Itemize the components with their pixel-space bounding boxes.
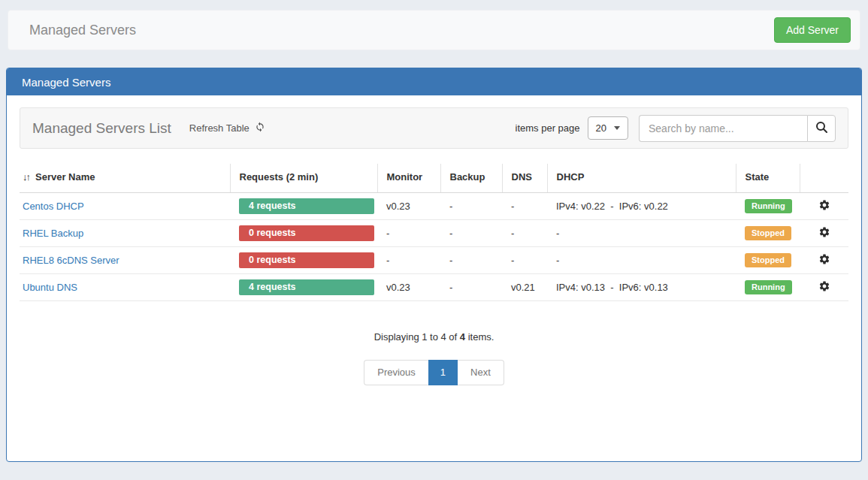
cell-backup: - — [440, 220, 502, 247]
cell-dhcp: - — [547, 247, 736, 274]
panel-header: Managed Servers — [7, 68, 861, 95]
cell-backup: - — [440, 193, 502, 220]
panel-body: Managed Servers List Refresh Table items… — [7, 95, 861, 397]
column-header-actions — [800, 164, 848, 193]
pagination: Previous 1 Next — [20, 360, 848, 385]
cell-backup: - — [440, 274, 502, 301]
table-header-row: ↓↑Server Name Requests (2 min) Monitor B… — [20, 164, 848, 193]
sort-icon: ↓↑ — [23, 171, 29, 183]
search-button[interactable] — [807, 115, 836, 142]
cell-server-name: Ubuntu DNS — [20, 274, 230, 301]
cell-requests: 4 requests — [230, 274, 377, 301]
pagination-page-1-button[interactable]: 1 — [428, 360, 458, 385]
top-bar: Managed Servers Add Server — [8, 10, 860, 50]
requests-badge: 4 requests — [239, 198, 374, 214]
table-row: RHEL Backup 0 requests - - - - Stopped — [20, 220, 848, 247]
state-badge: Stopped — [745, 253, 791, 267]
column-header-dns: DNS — [502, 164, 547, 193]
server-settings-button[interactable] — [817, 252, 832, 269]
column-header-state: State — [736, 164, 800, 193]
cell-dns: - — [502, 193, 547, 220]
gear-icon — [818, 256, 830, 267]
list-title: Managed Servers List — [32, 120, 171, 137]
requests-badge: 0 requests — [239, 252, 374, 268]
server-name-link[interactable]: RHEL8 6cDNS Server — [23, 255, 119, 266]
items-per-page-select[interactable]: 20 — [588, 116, 628, 140]
state-badge: Stopped — [745, 226, 791, 240]
server-name-link[interactable]: Ubuntu DNS — [23, 282, 77, 293]
cell-dns: - — [502, 247, 547, 274]
page-title: Managed Servers — [29, 23, 136, 38]
table-row: Centos DHCP 4 requests v0.23 - - IPv4: v… — [20, 193, 848, 220]
server-settings-button[interactable] — [817, 198, 832, 215]
cell-monitor: v0.23 — [377, 193, 440, 220]
pagination-previous-button[interactable]: Previous — [364, 360, 428, 385]
refresh-table-button[interactable]: Refresh Table — [189, 122, 265, 134]
column-header-requests: Requests (2 min) — [230, 164, 377, 193]
cell-server-name: RHEL8 6cDNS Server — [20, 247, 230, 274]
cell-backup: - — [440, 247, 502, 274]
state-badge: Running — [745, 280, 792, 294]
servers-table: ↓↑Server Name Requests (2 min) Monitor B… — [20, 164, 848, 301]
cell-actions — [800, 247, 848, 274]
gear-icon — [818, 283, 830, 294]
server-name-link[interactable]: RHEL Backup — [23, 228, 83, 239]
server-name-link[interactable]: Centos DHCP — [23, 201, 84, 212]
cell-state: Running — [736, 193, 800, 220]
results-summary: Displaying 1 to 4 of 4 items. — [20, 331, 848, 343]
cell-requests: 0 requests — [230, 247, 377, 274]
cell-actions — [800, 274, 848, 301]
column-header-monitor: Monitor — [377, 164, 440, 193]
cell-dhcp: IPv4: v0.22 - IPv6: v0.22 — [547, 193, 736, 220]
table-toolbar: Managed Servers List Refresh Table items… — [20, 107, 848, 149]
items-per-page-label: items per page — [516, 122, 580, 134]
total-items-count: 4 — [460, 331, 465, 343]
managed-servers-panel: Managed Servers Managed Servers List Ref… — [6, 68, 862, 462]
cell-actions — [800, 220, 848, 247]
search-icon — [815, 121, 828, 136]
add-server-button[interactable]: Add Server — [774, 17, 851, 43]
cell-dhcp: IPv4: v0.13 - IPv6: v0.13 — [547, 274, 736, 301]
items-per-page-value: 20 — [596, 122, 606, 134]
search-input[interactable] — [639, 115, 807, 142]
table-row: Ubuntu DNS 4 requests v0.23 - v0.21 IPv4… — [20, 274, 848, 301]
requests-badge: 0 requests — [239, 225, 374, 241]
cell-dns: v0.21 — [502, 274, 547, 301]
cell-dhcp: - — [547, 220, 736, 247]
column-header-backup: Backup — [440, 164, 502, 193]
table-row: RHEL8 6cDNS Server 0 requests - - - - St… — [20, 247, 848, 274]
cell-state: Running — [736, 274, 800, 301]
cell-state: Stopped — [736, 220, 800, 247]
cell-actions — [800, 193, 848, 220]
cell-requests: 4 requests — [230, 193, 377, 220]
cell-monitor: v0.23 — [377, 274, 440, 301]
cell-requests: 0 requests — [230, 220, 377, 247]
chevron-down-icon — [614, 126, 620, 130]
column-header-server-name[interactable]: ↓↑Server Name — [20, 164, 230, 193]
cell-state: Stopped — [736, 247, 800, 274]
cell-server-name: Centos DHCP — [20, 193, 230, 220]
column-header-dhcp: DHCP — [547, 164, 736, 193]
refresh-table-label: Refresh Table — [189, 122, 250, 134]
server-settings-button[interactable] — [817, 279, 832, 296]
requests-badge: 4 requests — [239, 279, 374, 295]
gear-icon — [818, 202, 830, 213]
search-group — [639, 115, 836, 142]
pagination-next-button[interactable]: Next — [458, 360, 504, 385]
gear-icon — [818, 229, 830, 240]
cell-monitor: - — [377, 220, 440, 247]
cell-monitor: - — [377, 247, 440, 274]
state-badge: Running — [745, 199, 792, 213]
cell-dns: - — [502, 220, 547, 247]
cell-server-name: RHEL Backup — [20, 220, 230, 247]
server-settings-button[interactable] — [817, 225, 832, 242]
refresh-icon — [255, 122, 265, 134]
